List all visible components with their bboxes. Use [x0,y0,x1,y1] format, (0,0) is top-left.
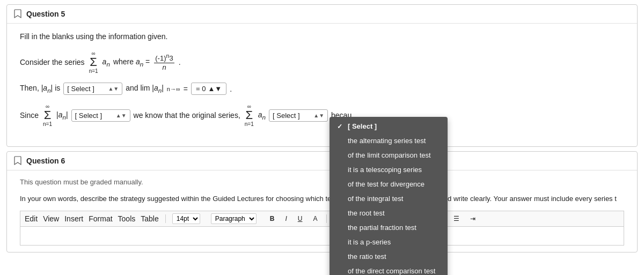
sigma-notation: ∞ Σ n=1 [89,50,98,74]
dropdown-item-8-label: it is a p-series [348,238,391,246]
dropdown-item-9[interactable]: the ratio test [330,249,448,264]
menu-tools[interactable]: Tools [118,214,136,223]
menu-insert[interactable]: Insert [64,214,83,223]
select-dropdown-3[interactable]: [ Select ] ▲▼ [269,109,328,122]
list-button[interactable]: ☰ [451,214,462,224]
chevron-down-icon-3: ▲▼ [116,113,127,118]
select-dropdown-1-label: [ Select ] [67,85,94,93]
italic-button[interactable]: I [282,214,289,224]
menu-view[interactable]: View [43,214,59,223]
dropdown-item-10-label: of the direct comparison test [348,267,435,275]
question6-header: Question 6 [7,152,637,170]
abs-an-text: |an| [56,110,68,121]
toolbar-sep-2 [326,214,327,223]
then-line: Then, |an| is [ Select ] ▲▼ and lim |an|… [20,83,624,95]
question6-block: Question 6 This question must be graded … [6,151,638,252]
dropdown-item-5[interactable]: of the integral test [330,191,448,206]
dropdown-item-select[interactable]: ✓ [ Select ] [330,119,448,133]
dropdown-item-1-label: the alternating series test [348,137,426,145]
dropdown-item-4-label: of the test for divergence [348,180,425,188]
dropdown-item-3[interactable]: it is a telescoping series [330,162,448,177]
we-know-text: we know that the original series, [134,111,240,120]
font-color-button[interactable]: A [310,214,320,224]
underline-button[interactable]: U [295,214,305,224]
select-dropdown-2[interactable]: [ Select ] ▲▼ [71,109,130,122]
dropdown-item-1[interactable]: the alternating series test [330,133,448,148]
question5-block: Question 5 Fill in the blanks using the … [6,4,638,147]
series-where-text: where an = [113,57,150,68]
prompt-text-content: In your own words, describe the strategy… [20,195,382,203]
page-container: Question 5 Fill in the blanks using the … [0,0,644,275]
series-fraction: (-1)n3 n [154,53,174,72]
dropdown-item-10[interactable]: of the direct comparison test [330,264,448,275]
indent-button[interactable]: ⇥ [467,214,478,224]
bold-button[interactable]: B [267,214,277,224]
select-dropdown-3-label: [ Select ] [273,112,300,120]
editor-area[interactable] [20,226,624,246]
question6-title: Question 6 [26,157,65,165]
dropdown-menu: ✓ [ Select ] the alternating series test… [330,117,448,275]
since-text: Since [20,111,39,120]
chevron-down-icon-2: ▲▼ [208,85,222,93]
dropdown-item-7-label: the partial fraction test [348,224,416,232]
dropdown-item-4[interactable]: of the test for divergence [330,177,448,191]
and-lim-text: and lim |an| [126,84,164,94]
an-text: an [258,110,266,121]
dropdown-item-select-label: [ Select ] [348,122,377,130]
select-dropdown-2-label: [ Select ] [75,112,103,120]
dropdown-item-2-label: of the limit comparison test [348,151,431,159]
dropdown-item-7[interactable]: the partial fraction test [330,220,448,235]
select-dropdown-1[interactable]: [ Select ] ▲▼ [63,83,122,95]
lim-sub: n→∞ [167,86,180,92]
dropdown-item-6[interactable]: the root test [330,206,448,220]
dropdown-item-2[interactable]: of the limit comparison test [330,148,448,162]
since-line: Since ∞ Σ n=1 |an| [ Select ] ▲▼ we know… [20,103,624,127]
menu-edit[interactable]: Edit [25,214,38,223]
then-text: Then, |an| is [20,84,60,94]
dropdown-item-6-label: the root test [348,209,385,217]
equals-value-box[interactable]: = 0 ▲▼ [191,83,226,95]
question6-body: This question must be graded manually. I… [7,170,637,252]
chevron-down-icon-4: ▲▼ [313,113,324,118]
equals-text: = [184,85,188,93]
menu-format[interactable]: Format [89,214,112,223]
series-formula-line: Consider the series ∞ Σ n=1 an where an … [20,50,624,74]
dropdown-item-3-label: it is a telescoping series [348,166,422,174]
menu-table[interactable]: Table [141,214,158,223]
chevron-down-icon-1: ▲▼ [108,86,119,92]
dropdown-item-9-label: the ratio test [348,252,386,261]
bookmark-icon [13,9,22,19]
toolbar-sep-1 [165,214,166,223]
editor-toolbar: Edit View Insert Format Tools Table 14pt… [20,211,624,226]
question5-title: Question 5 [26,10,65,18]
dropdown-item-8[interactable]: it is a p-series [330,235,448,249]
question5-body: Fill in the blanks using the information… [7,24,637,146]
fill-instruction: Fill in the blanks using the information… [20,32,624,41]
bookmark-icon-q6 [13,156,22,166]
manual-grade-note: This question must be graded manually. [20,178,624,186]
series-consider-text: Consider the series [20,58,85,66]
question5-header: Question 5 [7,5,637,24]
paragraph-select[interactable]: Paragraph [211,213,257,224]
prompt-text: In your own words, describe the strategy… [20,194,624,204]
checkmark-icon: ✓ [337,123,345,130]
sigma-since: ∞ Σ n=1 [43,103,52,127]
font-size-select[interactable]: 14pt [172,213,200,224]
series-var: an [103,57,110,68]
dropdown-item-5-label: of the integral test [348,195,403,203]
equals-value: = 0 [196,85,206,93]
sigma-original: ∞ Σ n=1 [245,103,254,127]
